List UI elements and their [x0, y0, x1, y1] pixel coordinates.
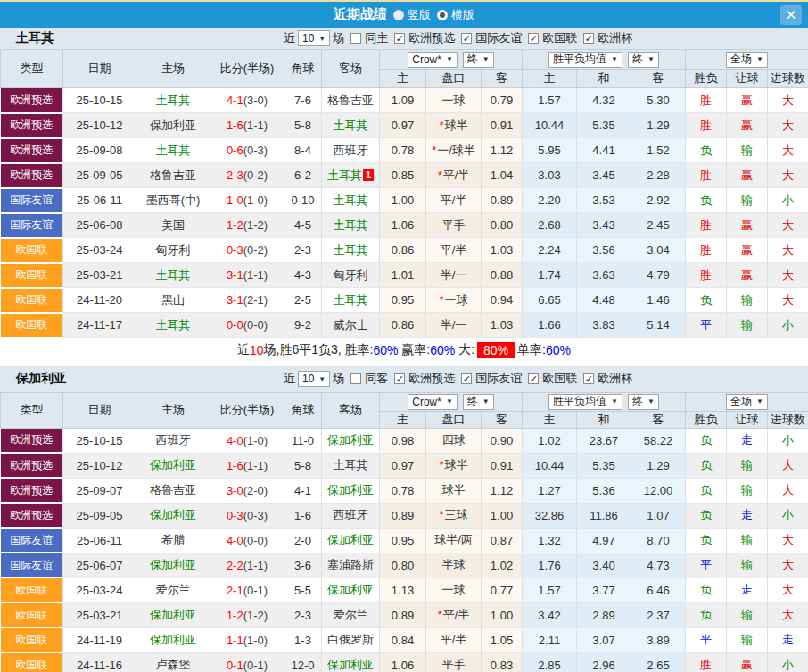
avg-home: 5.95: [523, 138, 577, 163]
type-badge: 欧国联: [1, 578, 63, 602]
radio-horizontal-label: 横版: [451, 7, 474, 23]
comp-checkbox-2[interactable]: ✓: [528, 33, 539, 44]
result-handicap: 赢: [727, 238, 768, 263]
result-handicap: 输: [727, 478, 768, 503]
scope-select[interactable]: 全场▼: [726, 52, 768, 68]
final-odds-select-1[interactable]: 终▼: [463, 394, 494, 410]
chevron-down-icon: ▼: [756, 55, 763, 63]
home-odds: 0.84: [380, 627, 426, 652]
bookmaker-select[interactable]: Crow*▼: [408, 52, 458, 68]
result-wdl: 胜: [686, 163, 727, 188]
summary-segment: 60%: [430, 343, 455, 357]
result-wdl: 胜: [686, 113, 727, 138]
radio-vertical-layout[interactable]: 竖版: [393, 7, 431, 23]
score: 2-3(0-2): [210, 163, 284, 188]
home-odds: 0.89: [380, 602, 426, 627]
away-odds: 0.79: [482, 88, 523, 113]
corners: 5-8: [284, 453, 322, 478]
result-handicap: 输: [727, 528, 768, 553]
result-handicap: 赢: [727, 163, 768, 188]
summary-segment: 60%: [373, 343, 398, 357]
match-row: 欧国联24-11-17土耳其0-0(0-0)9-2威尔士0.86半/一1.031…: [1, 313, 808, 338]
handicap: 一球: [426, 88, 482, 113]
match-row: 欧洲预选25-10-15西班牙4-0(1-0)11-0保加利亚0.98四球0.9…: [1, 428, 808, 453]
home-odds: 0.98: [380, 428, 426, 453]
home-odds: 0.97: [380, 113, 426, 138]
recent-count-select[interactable]: 10▼: [298, 30, 330, 46]
home-team: 保加利亚: [136, 453, 210, 478]
away-odds: 1.04: [482, 163, 523, 188]
chevron-down-icon: ▼: [446, 55, 453, 63]
match-row: 欧国联24-11-16卢森堡0-1(0-1)12-0保加利亚1.06平手0.83…: [1, 652, 808, 672]
handicap: 半球: [426, 553, 482, 578]
comp-label-3: 欧洲杯: [598, 371, 632, 387]
final-odds-select-2[interactable]: 终▼: [628, 52, 659, 68]
final-odds-select-1[interactable]: 终▼: [463, 52, 494, 68]
same-venue-checkbox[interactable]: [350, 33, 361, 44]
corners: 2-0: [284, 528, 322, 553]
type-badge: 欧国联: [1, 652, 63, 672]
star-icon: *: [439, 119, 443, 132]
comp-checkbox-0[interactable]: ✓: [394, 33, 405, 44]
corners: 4-5: [284, 213, 322, 238]
scope-select[interactable]: 全场▼: [726, 394, 768, 410]
avg-draw: 5.35: [577, 453, 631, 478]
avg-away: 3.89: [631, 627, 686, 652]
col-header-away: 客场: [322, 50, 380, 88]
radio-unselected-icon[interactable]: [393, 10, 404, 20]
final-odds-select-2[interactable]: 终▼: [628, 394, 659, 410]
handicap: *一/球半: [426, 138, 482, 163]
comp-checkbox-0[interactable]: ✓: [394, 373, 405, 384]
close-button[interactable]: ✕: [780, 5, 802, 25]
result-wdl: 负: [686, 503, 727, 528]
comp-checkbox-1[interactable]: ✓: [461, 33, 472, 44]
match-date: 24-11-20: [63, 288, 136, 313]
result-wdl: 负: [686, 578, 727, 602]
away-odds: 1.05: [482, 627, 523, 652]
chevron-down-icon: ▼: [647, 397, 655, 406]
red-count-badge: 1: [363, 169, 374, 181]
result-goals: 大: [768, 602, 808, 627]
avg-select[interactable]: 胜平负均值▼: [548, 52, 622, 68]
result-wdl: 平: [686, 627, 727, 652]
avg-home: 1.32: [523, 528, 577, 553]
home-team: 保加利亚: [136, 503, 210, 528]
summary-segment: 场,胜6平1负3, 胜率:: [264, 342, 374, 358]
match-date: 25-03-24: [63, 238, 136, 263]
score: 3-1(2-1): [210, 288, 284, 313]
avg-select[interactable]: 胜平负均值▼: [548, 394, 622, 410]
comp-checkbox-1[interactable]: ✓: [461, 373, 472, 384]
radio-horizontal-layout[interactable]: 横版: [437, 7, 474, 23]
result-goals: 大: [768, 263, 808, 288]
type-badge: 欧洲预选: [1, 453, 63, 478]
chevron-down-icon: ▼: [482, 397, 490, 406]
result-handicap: 走: [727, 428, 768, 453]
handicap: 半/一: [426, 313, 482, 338]
summary-segment: 80%: [477, 342, 515, 358]
radio-vertical-label: 竖版: [408, 7, 431, 23]
handicap: 平手: [426, 652, 482, 672]
match-date: 25-03-21: [63, 263, 136, 288]
same-venue-checkbox[interactable]: [350, 373, 361, 384]
result-goals: 大: [768, 528, 808, 553]
radio-selected-icon[interactable]: [437, 10, 448, 20]
comp-checkbox-2[interactable]: ✓: [528, 373, 539, 384]
bookmaker-select[interactable]: Crow*▼: [408, 394, 458, 410]
avg-away: 2.45: [631, 213, 686, 238]
col-header-type: 类型: [1, 50, 63, 88]
match-row: 国际友谊25-06-11希腊4-0(0-0)2-0保加利亚0.95球半/两0.8…: [1, 528, 808, 553]
avg-away: 8.70: [631, 528, 686, 553]
result-wdl: 负: [686, 188, 727, 213]
match-date: 24-11-19: [63, 627, 136, 652]
star-icon: *: [438, 168, 442, 182]
type-badge: 欧国联: [1, 313, 63, 338]
comp-checkbox-3[interactable]: ✓: [583, 373, 594, 384]
comp-checkbox-3[interactable]: ✓: [583, 33, 594, 44]
recent-count-select[interactable]: 10▼: [298, 371, 330, 387]
corners: 7-6: [284, 88, 322, 113]
avg-group-header: 胜平负均值▼ 终▼: [523, 392, 686, 411]
same-venue-label: 同客: [365, 371, 388, 387]
handicap: 半/一: [426, 263, 482, 288]
corners: 3-6: [284, 553, 322, 578]
match-row: 国际友谊25-06-07保加利亚2-2(1-1)3-6塞浦路斯0.80半球1.0…: [1, 553, 808, 578]
